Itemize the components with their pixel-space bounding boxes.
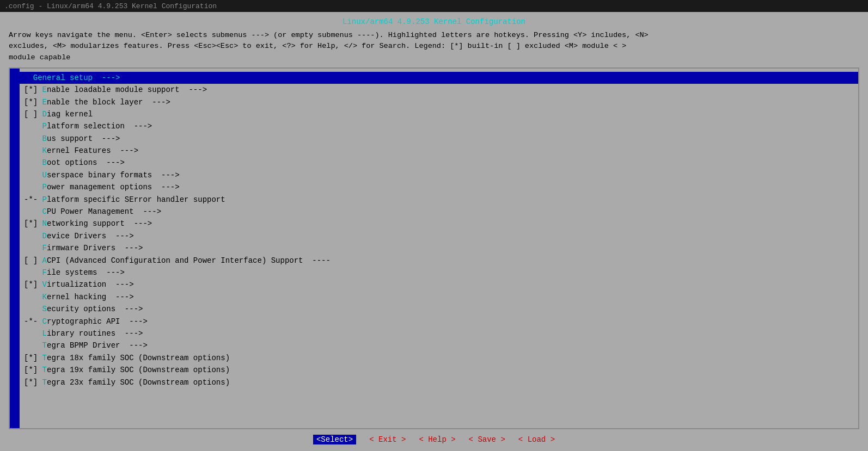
menu-item-4[interactable]: Platform selection ---> bbox=[20, 120, 858, 132]
menu-item-3[interactable]: [ ] Diag kernel bbox=[20, 108, 858, 120]
menu-item-0[interactable]: General setup ---> bbox=[20, 72, 858, 84]
menu-item-5[interactable]: Bus support ---> bbox=[20, 133, 858, 145]
menu-item-1[interactable]: [*] Enable loadable module support ---> bbox=[20, 84, 858, 96]
content-area: General setup --->[*] Enable loadable mo… bbox=[9, 67, 859, 429]
menu-wrapper: General setup --->[*] Enable loadable mo… bbox=[20, 69, 858, 392]
menu-item-15[interactable]: [ ] ACPI (Advanced Configuration and Pow… bbox=[20, 255, 858, 267]
menu-list: General setup --->[*] Enable loadable mo… bbox=[20, 69, 858, 392]
menu-item-9[interactable]: Power management options ---> bbox=[20, 181, 858, 193]
bottom-bar: <Select> < Exit > < Help > < Save > < Lo… bbox=[0, 429, 868, 451]
menu-item-8[interactable]: Userspace binary formats ---> bbox=[20, 169, 858, 181]
menu-item-20[interactable]: -*- Cryptographic API ---> bbox=[20, 316, 858, 328]
save-button[interactable]: < Save > bbox=[469, 435, 505, 444]
load-button[interactable]: < Load > bbox=[518, 435, 555, 444]
title-bar-text: .config - Linux/arm64 4.9.253 Kernel Con… bbox=[4, 2, 217, 10]
menu-item-11[interactable]: CPU Power Management ---> bbox=[20, 206, 858, 218]
menu-item-22[interactable]: Tegra BPMP Driver ---> bbox=[20, 339, 858, 351]
menu-item-18[interactable]: Kernel hacking ---> bbox=[20, 291, 858, 303]
menu-item-13[interactable]: Device Drivers ---> bbox=[20, 230, 858, 242]
header-instructions: Arrow keys navigate the menu. <Enter> se… bbox=[9, 30, 859, 63]
menu-item-23[interactable]: [*] Tegra 18x family SOC (Downstream opt… bbox=[20, 352, 858, 364]
exit-button[interactable]: < Exit > bbox=[369, 435, 406, 444]
menu-item-6[interactable]: Kernel Features ---> bbox=[20, 145, 858, 157]
menu-item-10[interactable]: -*- Platform specific SError handler sup… bbox=[20, 194, 858, 206]
menu-item-25[interactable]: [*] Tegra 23x family SOC (Downstream opt… bbox=[20, 376, 858, 388]
help-button[interactable]: < Help > bbox=[419, 435, 455, 444]
header-title: Linux/arm64 4.9.253 Kernel Configuration bbox=[9, 16, 859, 28]
title-bar: .config - Linux/arm64 4.9.253 Kernel Con… bbox=[0, 0, 868, 12]
header-section: Linux/arm64 4.9.253 Kernel Configuration… bbox=[0, 12, 868, 65]
left-accent bbox=[10, 69, 20, 428]
menu-item-14[interactable]: Firmware Drivers ---> bbox=[20, 242, 858, 254]
menu-item-16[interactable]: File systems ---> bbox=[20, 267, 858, 279]
menu-item-21[interactable]: Library routines ---> bbox=[20, 328, 858, 339]
menu-item-17[interactable]: [*] Virtualization ---> bbox=[20, 279, 858, 291]
menu-item-19[interactable]: Security options ---> bbox=[20, 303, 858, 315]
select-button[interactable]: <Select> bbox=[313, 435, 356, 444]
menu-item-24[interactable]: [*] Tegra 19x family SOC (Downstream opt… bbox=[20, 364, 858, 376]
menu-item-7[interactable]: Boot options ---> bbox=[20, 157, 858, 169]
main-container: Linux/arm64 4.9.253 Kernel Configuration… bbox=[0, 12, 868, 451]
menu-item-12[interactable]: [*] Networking support ---> bbox=[20, 218, 858, 230]
menu-item-2[interactable]: [*] Enable the block layer ---> bbox=[20, 96, 858, 108]
